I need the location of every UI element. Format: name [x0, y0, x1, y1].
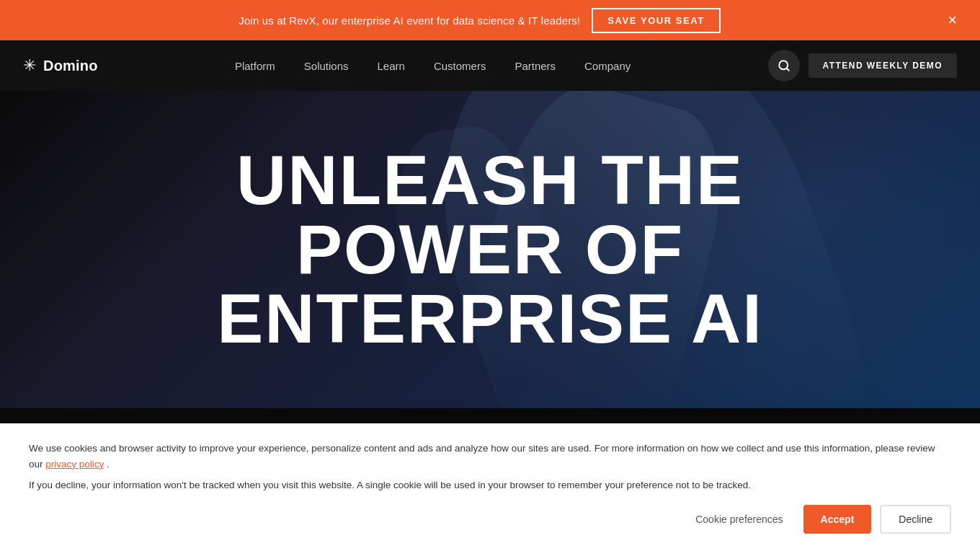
nav-solutions[interactable]: Solutions: [291, 54, 362, 78]
hero-title-line3: ENTERPRISE AI: [217, 280, 763, 357]
banner-cta-button[interactable]: SAVE YOUR SEAT: [592, 8, 721, 33]
nav-actions: ATTEND WEEKLY DEMO: [768, 50, 957, 81]
svg-line-1: [786, 68, 788, 70]
nav-links: Platform Solutions Learn Customers Partn…: [98, 54, 768, 78]
nav-partners[interactable]: Partners: [502, 54, 569, 78]
nav-customers[interactable]: Customers: [421, 54, 499, 78]
nav-platform[interactable]: Platform: [222, 54, 288, 78]
banner-text: Join us at RevX, our enterprise AI event…: [239, 14, 580, 27]
hero-title-line2: POWER OF: [296, 211, 684, 288]
attend-weekly-demo-button[interactable]: ATTEND WEEKLY DEMO: [808, 53, 957, 78]
logo-area[interactable]: ✳ Domino: [23, 56, 98, 75]
navbar: ✳ Domino Platform Solutions Learn Custom…: [0, 40, 980, 91]
logo-text: Domino: [43, 58, 98, 74]
nav-company[interactable]: Company: [571, 54, 643, 78]
announcement-banner: Join us at RevX, our enterprise AI event…: [0, 0, 980, 40]
domino-logo-icon: ✳: [23, 56, 36, 75]
banner-left: Join us at RevX, our enterprise AI event…: [17, 8, 942, 33]
banner-close-button[interactable]: ×: [942, 9, 963, 31]
hero-content: UNLEASH THE POWER OF ENTERPRISE AI: [188, 146, 792, 353]
hero-section: UNLEASH THE POWER OF ENTERPRISE AI: [0, 91, 980, 408]
nav-learn[interactable]: Learn: [365, 54, 418, 78]
search-icon: [778, 59, 790, 72]
search-button[interactable]: [768, 50, 800, 81]
hero-title: UNLEASH THE POWER OF ENTERPRISE AI: [217, 146, 763, 353]
hero-title-line1: UNLEASH THE: [236, 141, 744, 219]
